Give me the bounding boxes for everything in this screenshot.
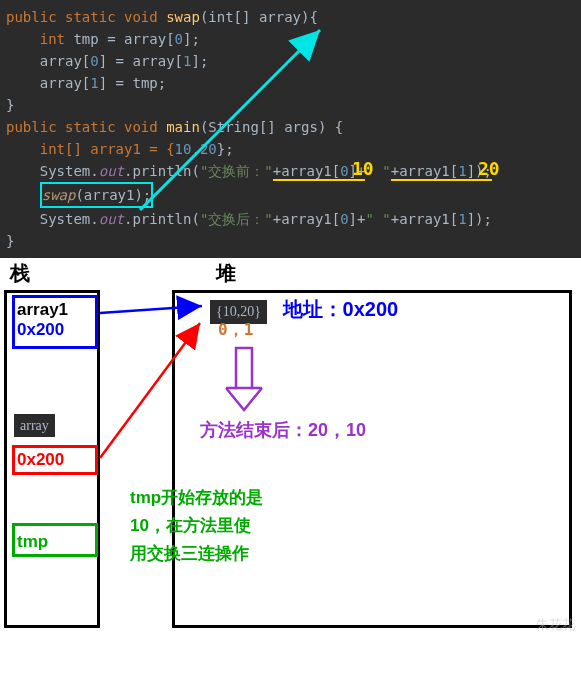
code-line-swap-call: swap(array1); xyxy=(6,182,581,208)
code-line-println-after: System.out.println("交换后："+array1[0]+" "+… xyxy=(6,208,581,230)
heap-indices: 0，1 xyxy=(218,320,253,341)
stack-var-tmp: tmp xyxy=(12,523,98,557)
code-line-closebrace-1: } xyxy=(6,94,581,116)
memory-diagram: 栈 堆 array1 0x200 array 0x200 tmp {10,20}… xyxy=(0,258,581,638)
java-code-block: public static void swap(int[] array){ in… xyxy=(0,0,581,258)
stack-var-array: array xyxy=(12,413,98,437)
stack-var-array-addr: 0x200 xyxy=(12,445,98,475)
code-line-tmp-assign: int tmp = array[0]; xyxy=(6,28,581,50)
code-line-main-signature: public static void main(String[] args) { xyxy=(6,116,581,138)
label-stack: 栈 xyxy=(10,260,30,287)
stack-var-array1: array1 0x200 xyxy=(12,295,98,349)
stack-region: array1 0x200 array 0x200 tmp xyxy=(4,290,100,628)
tmp-explanation: tmp开始存放的是 10，在方法里使 用交换三连操作 xyxy=(130,484,263,568)
watermark: 朱花花 xyxy=(536,616,575,634)
annotation-value-10: 10 xyxy=(352,158,374,180)
annotation-value-20: 20 xyxy=(478,158,500,180)
code-line-closebrace-2: } xyxy=(6,230,581,252)
code-line-array1-assign: array[1] = tmp; xyxy=(6,72,581,94)
heap-result-text: 方法结束后：20，10 xyxy=(200,418,366,442)
code-line-swap-signature: public static void swap(int[] array){ xyxy=(6,6,581,28)
label-heap: 堆 xyxy=(216,260,236,287)
code-line-array1-decl: int[] array1 = {10,20}; xyxy=(6,138,581,160)
code-line-array0-assign: array[0] = array[1]; xyxy=(6,50,581,72)
